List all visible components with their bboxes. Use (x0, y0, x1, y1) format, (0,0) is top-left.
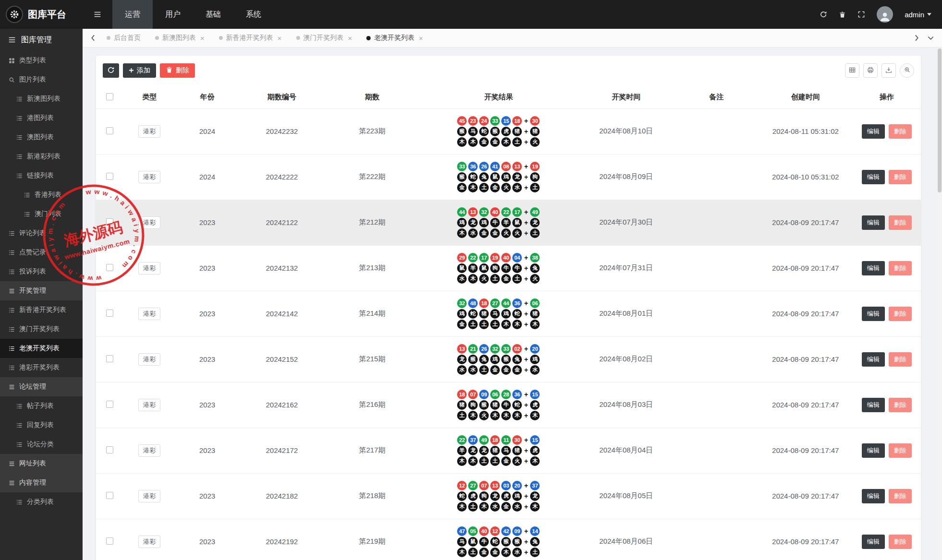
element-ball: 木 (457, 456, 467, 466)
tab-dot-icon (107, 36, 110, 40)
row-checkbox[interactable] (106, 492, 113, 499)
sidebar-item[interactable]: 类型列表 (0, 51, 83, 70)
tab-close-icon[interactable]: × (348, 34, 352, 42)
sidebar-item[interactable]: 链接列表 (0, 166, 83, 185)
tabs-scroll-right-icon[interactable] (910, 35, 923, 41)
tabs-scroll-left-icon[interactable] (86, 35, 99, 41)
sidebar-menu: 类型列表图片列表新澳图列表港图列表澳图列表新港彩列表链接列表香港列表澳门列表评论… (0, 51, 83, 512)
tab-close-icon[interactable]: × (278, 34, 282, 42)
nav-menu-item[interactable]: 基础 (193, 0, 233, 29)
username: admin (905, 11, 924, 19)
user-menu[interactable]: admin (905, 11, 931, 19)
sidebar-item[interactable]: 开奖管理 (0, 281, 83, 300)
row-checkbox[interactable] (106, 218, 113, 226)
sidebar-toggle-icon[interactable] (83, 0, 112, 29)
sidebar-item[interactable]: 论坛分类 (0, 435, 83, 454)
delete-button[interactable]: 删除 (889, 307, 912, 321)
table-header-row: 类型年份期数编号期数开奖结果开奖时间备注创建时间操作 (96, 86, 921, 108)
delete-button[interactable]: 删除 (889, 261, 912, 275)
actions-cell: 编辑删除 (853, 428, 921, 473)
tab-close-icon[interactable]: × (419, 34, 423, 42)
edit-button[interactable]: 编辑 (862, 443, 885, 458)
trash-icon[interactable] (839, 11, 846, 18)
animal-ball: 马 (457, 537, 467, 547)
tab-item[interactable]: 后台首页 (99, 29, 148, 47)
tab-label: 后台首页 (114, 34, 141, 42)
refresh-icon[interactable] (820, 11, 827, 18)
edit-button[interactable]: 编辑 (862, 170, 885, 184)
created-time-cell: 2024-08-09 20:17:47 (759, 473, 853, 519)
sidebar-item[interactable]: 评论列表 (0, 224, 83, 243)
columns-button[interactable] (845, 63, 859, 78)
search-button[interactable] (900, 63, 914, 78)
sidebar-item[interactable]: 论坛管理 (0, 377, 83, 396)
sidebar-item[interactable]: 香港列表 (0, 185, 83, 204)
sidebar-item[interactable]: 老澳开奖列表 (0, 339, 83, 358)
select-all-checkbox[interactable] (106, 93, 113, 100)
delete-button[interactable]: 删除 (889, 124, 912, 139)
tab-item[interactable]: 新香港开奖列表× (212, 29, 289, 47)
bulk-delete-button[interactable]: 删除 (160, 63, 195, 78)
row-checkbox[interactable] (106, 401, 113, 408)
sidebar-item[interactable]: 港彩开奖列表 (0, 358, 83, 377)
delete-button[interactable]: 删除 (889, 352, 912, 367)
brand[interactable]: 图库平台 (0, 6, 83, 23)
sidebar-item[interactable]: 澳门开奖列表 (0, 320, 83, 339)
scrollbar[interactable] (937, 48, 942, 560)
edit-button[interactable]: 编辑 (862, 352, 885, 367)
sidebar-item[interactable]: 新港彩列表 (0, 147, 83, 166)
sidebar-item[interactable]: 图片列表 (0, 70, 83, 89)
nav-menu-item[interactable]: 系统 (233, 0, 274, 29)
nav-menu-item[interactable]: 运营 (112, 0, 153, 29)
avatar[interactable] (877, 6, 893, 23)
edit-button[interactable]: 编辑 (862, 489, 885, 503)
sidebar-item[interactable]: 港图列表 (0, 108, 83, 128)
sidebar-item[interactable]: 新澳图列表 (0, 89, 83, 108)
delete-button[interactable]: 删除 (889, 535, 912, 549)
result-cell: 333626410813+19猴蛇兔鼠鸡龙+狗金木土金火水+土 (419, 154, 578, 200)
add-button[interactable]: 添加 (123, 63, 156, 78)
tab-close-icon[interactable]: × (200, 34, 205, 42)
edit-button[interactable]: 编辑 (862, 398, 885, 412)
row-checkbox[interactable] (106, 446, 113, 453)
sidebar-item[interactable]: 点赞记录 (0, 243, 83, 262)
sidebar-item[interactable]: 新香港开奖列表 (0, 300, 83, 320)
tab-item[interactable]: 澳门开奖列表× (289, 29, 360, 47)
delete-button[interactable]: 删除 (889, 170, 912, 184)
row-checkbox[interactable] (106, 173, 113, 180)
row-checkbox[interactable] (106, 264, 113, 271)
year-cell: 2023 (176, 428, 238, 473)
edit-button[interactable]: 编辑 (862, 261, 885, 275)
sidebar-item[interactable]: 帖子列表 (0, 396, 83, 416)
delete-button[interactable]: 删除 (889, 443, 912, 458)
result-numbers-line: 223749181130+15 (420, 435, 577, 445)
delete-button[interactable]: 删除 (889, 398, 912, 412)
nav-menu-item[interactable]: 用户 (153, 0, 193, 29)
delete-button[interactable]: 删除 (889, 489, 912, 503)
sidebar-item[interactable]: 回复列表 (0, 416, 83, 435)
tabs-menu-icon[interactable] (923, 36, 938, 40)
sidebar-item[interactable]: 内容管理 (0, 473, 83, 492)
sidebar-item[interactable]: 网址列表 (0, 454, 83, 473)
tab-item[interactable]: 老澳开奖列表× (359, 29, 430, 47)
print-button[interactable] (863, 63, 878, 78)
row-checkbox[interactable] (106, 537, 113, 545)
sidebar-header[interactable]: 图库管理 (0, 29, 83, 51)
edit-button[interactable]: 编辑 (862, 535, 885, 549)
refresh-button[interactable] (103, 63, 119, 78)
delete-button[interactable]: 删除 (889, 215, 912, 230)
edit-button[interactable]: 编辑 (862, 215, 885, 230)
export-button[interactable] (882, 63, 896, 78)
row-checkbox[interactable] (106, 355, 113, 362)
edit-button[interactable]: 编辑 (862, 307, 885, 321)
fullscreen-icon[interactable] (857, 11, 865, 18)
sidebar-item[interactable]: 分类列表 (0, 492, 83, 512)
row-checkbox[interactable] (106, 127, 113, 134)
sidebar-item[interactable]: 澳图列表 (0, 128, 83, 147)
row-checkbox[interactable] (106, 310, 113, 317)
tab-item[interactable]: 新澳图列表× (148, 29, 212, 47)
sidebar-item[interactable]: 澳门列表 (0, 204, 83, 224)
scrollbar-thumb[interactable] (938, 48, 942, 192)
edit-button[interactable]: 编辑 (862, 124, 885, 139)
sidebar-item[interactable]: 投诉列表 (0, 262, 83, 281)
